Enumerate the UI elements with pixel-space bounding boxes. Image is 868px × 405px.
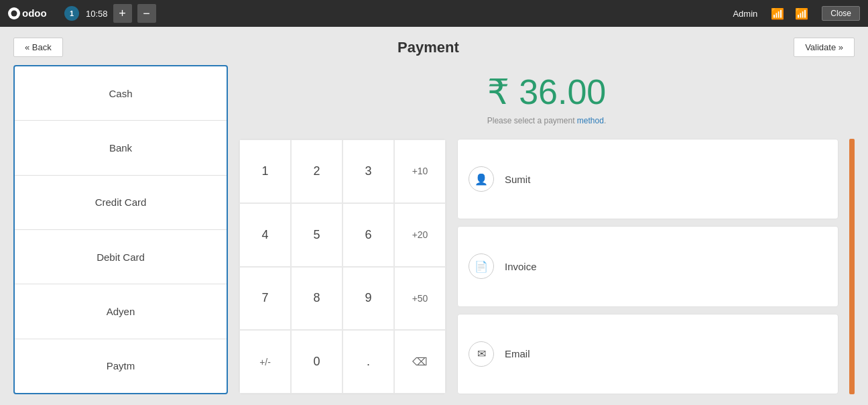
numpad-key-key-9[interactable]: 9: [343, 267, 394, 331]
email-icon: ✉: [469, 341, 494, 367]
method-link[interactable]: method: [577, 116, 604, 125]
numpad: 123+10456+20789+50+/-0.⌫: [239, 139, 446, 394]
orange-bar: [849, 139, 855, 394]
signal-icon: 📶: [795, 7, 808, 20]
email-label: Email: [505, 348, 530, 359]
amount-display: ₹ 36.00: [487, 72, 607, 112]
svg-point-1: [11, 11, 17, 17]
topbar-minus-button[interactable]: −: [137, 4, 156, 23]
payment-method-adyen[interactable]: Adyen: [15, 284, 227, 339]
numpad-key-key-plusminus[interactable]: +/-: [239, 330, 291, 394]
topbar-time: 10:58: [86, 9, 108, 19]
topbar-admin-label: Admin: [733, 9, 757, 19]
back-button[interactable]: « Back: [13, 38, 63, 57]
topbar-plus-button[interactable]: +: [113, 4, 132, 23]
sumit-icon: 👤: [469, 166, 494, 192]
invoice-icon: 📄: [469, 253, 494, 279]
numpad-key-key-7[interactable]: 7: [239, 267, 291, 331]
svg-text:odoo: odoo: [22, 7, 47, 19]
right-side: ₹ 36.00 Please select a payment method. …: [239, 65, 855, 394]
numpad-key-key-5[interactable]: 5: [291, 203, 343, 267]
numpad-key-key-4[interactable]: 4: [239, 203, 291, 267]
action-btn-invoice[interactable]: 📄Invoice: [457, 226, 839, 306]
select-payment-message: Please select a payment method.: [487, 116, 606, 125]
payment-method-debit-card[interactable]: Debit Card: [15, 230, 227, 284]
action-buttons: 👤Sumit📄Invoice✉Email: [457, 139, 839, 394]
numpad-key-key-0[interactable]: 0: [291, 330, 343, 394]
numpad-key-key-backspace[interactable]: ⌫: [394, 330, 446, 394]
page-title: Payment: [397, 39, 459, 56]
topbar: odoo 1 10:58 + − Admin 📶 📶 Close: [0, 0, 868, 27]
sumit-label: Sumit: [505, 174, 530, 185]
payment-method-bank[interactable]: Bank: [15, 121, 227, 175]
numpad-key-key-6[interactable]: 6: [343, 203, 394, 267]
backspace-icon: ⌫: [412, 355, 428, 368]
header-row: « Back Payment Validate »: [13, 38, 855, 57]
odoo-logo: odoo: [8, 6, 48, 21]
action-btn-email[interactable]: ✉Email: [457, 314, 839, 394]
close-button[interactable]: Close: [822, 6, 860, 21]
body-row: CashBankCredit CardDebit CardAdyenPaytm …: [13, 65, 855, 394]
validate-button[interactable]: Validate »: [794, 38, 855, 57]
numpad-key-key-plus10[interactable]: +10: [394, 139, 446, 203]
amount-section: ₹ 36.00 Please select a payment method.: [239, 65, 855, 132]
numpad-key-key-8[interactable]: 8: [291, 267, 343, 331]
action-btn-sumit[interactable]: 👤Sumit: [457, 139, 839, 219]
numpad-key-key-plus50[interactable]: +50: [394, 267, 446, 331]
payment-method-credit-card[interactable]: Credit Card: [15, 176, 227, 230]
numpad-key-key-2[interactable]: 2: [291, 139, 343, 203]
invoice-label: Invoice: [505, 261, 537, 272]
numpad-key-key-3[interactable]: 3: [343, 139, 394, 203]
numpad-key-key-dot[interactable]: .: [343, 330, 394, 394]
numpad-key-key-1[interactable]: 1: [239, 139, 291, 203]
tab-badge: 1: [64, 6, 79, 21]
main-content: « Back Payment Validate » CashBankCredit…: [0, 27, 868, 405]
numpad-key-key-plus20[interactable]: +20: [394, 203, 446, 267]
wifi-icon: 📶: [771, 7, 784, 20]
payment-method-paytm[interactable]: Paytm: [15, 339, 227, 393]
numpad-actions-row: 123+10456+20789+50+/-0.⌫ 👤Sumit📄Invoice✉…: [239, 139, 855, 394]
payment-methods-list: CashBankCredit CardDebit CardAdyenPaytm: [13, 65, 228, 394]
payment-method-cash[interactable]: Cash: [15, 66, 227, 121]
